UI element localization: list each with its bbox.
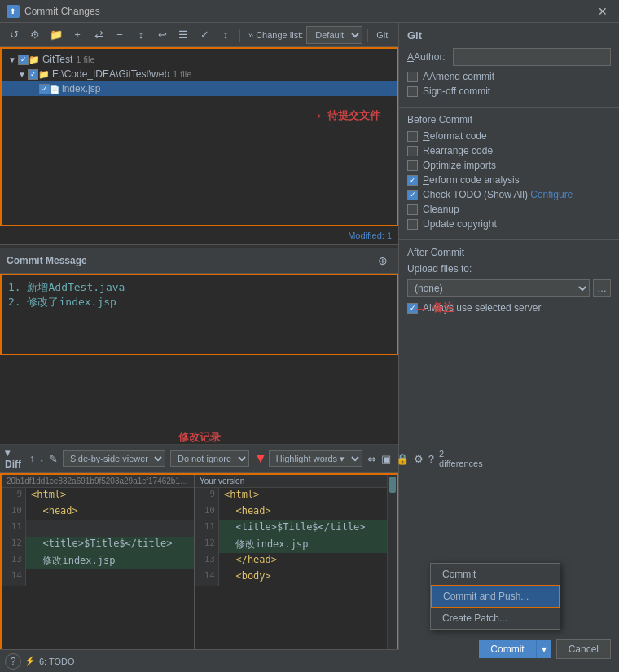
diff-header: ▾ Diff ↑ ↓ ✎ Side-by-side viewer Do not …: [0, 445, 398, 473]
commit-message-input[interactable]: 1. 新增AddTest.java 2. 修改了index.jsp: [2, 275, 397, 354]
optimize-label[interactable]: Optimize imports: [423, 160, 496, 171]
check-todo-label[interactable]: Check TODO (Show All) Configure: [423, 189, 573, 200]
dropdown-create-patch[interactable]: Create Patch...: [431, 608, 560, 629]
check-button[interactable]: ✓: [195, 26, 213, 44]
cancel-button[interactable]: Cancel: [556, 639, 611, 659]
diff-ignore-select[interactable]: Do not ignore: [170, 450, 249, 467]
code-analysis-row: ✓ Perform code analysis: [407, 174, 611, 186]
diff-line: 9 <html>: [195, 488, 387, 504]
tree-checkbox-file[interactable]: ✓: [39, 84, 50, 94]
diff-gear-icon[interactable]: ⚙: [414, 450, 424, 467]
list-button[interactable]: ☰: [174, 26, 192, 44]
always-selected-label[interactable]: Always use selected server: [423, 302, 541, 314]
expand-button[interactable]: ↕: [132, 26, 150, 44]
diff-line: 14: [2, 569, 194, 586]
optimize-checkbox[interactable]: [407, 160, 418, 171]
git-section: Git AAuthor: AAmend commit Sign: [399, 23, 619, 108]
move-button[interactable]: ⇄: [90, 26, 108, 44]
tree-checkbox-root[interactable]: ✓: [18, 55, 29, 65]
upload-more-btn[interactable]: …: [593, 279, 611, 297]
git-title: Git: [407, 29, 611, 42]
diff-up-btn[interactable]: ↑: [29, 451, 34, 466]
reformat-row: Reformat code: [407, 130, 611, 142]
dropdown-commit[interactable]: Commit: [431, 564, 560, 585]
subfolder-icon: 📁: [38, 69, 50, 80]
diff-title: ▾ Diff: [5, 447, 21, 470]
tree-subfolder[interactable]: ▼ ✓ 📁 E:\Code_IDEA\GitTest\web 1 file: [2, 67, 397, 81]
commit-button[interactable]: Commit: [479, 640, 535, 658]
diff-left-header: 20b1df1dd1ce832a691b9f5203a29a1cf17462b1…: [2, 475, 194, 488]
settings-button[interactable]: ⚙: [26, 26, 44, 44]
rearrange-checkbox[interactable]: [407, 146, 418, 156]
sort-button[interactable]: ↕: [217, 26, 235, 44]
tree-file[interactable]: ▶ ✓ 📄 index.jsp: [2, 81, 397, 96]
diff-down-btn[interactable]: ↓: [39, 451, 44, 466]
diff-lock-icon[interactable]: 🔒: [396, 450, 409, 467]
cleanup-label[interactable]: Cleanup: [423, 204, 459, 215]
root-count: 1 file: [76, 55, 94, 64]
cleanup-checkbox[interactable]: [407, 204, 418, 215]
diff-line: 11 <title>$Title$</title>: [195, 520, 387, 537]
check-todo-checkbox[interactable]: ✓: [407, 190, 418, 200]
code-analysis-label[interactable]: Perform code analysis: [423, 174, 520, 186]
copyright-label[interactable]: Update copyright: [423, 218, 497, 230]
window-title: Commit Changes: [24, 6, 100, 17]
separator2: [367, 29, 368, 42]
upload-row: Upload files to:: [407, 263, 611, 275]
cleanup-row: Cleanup: [407, 204, 611, 215]
subfolder-count: 1 file: [173, 69, 191, 79]
close-button[interactable]: ✕: [593, 3, 612, 20]
diff-right-header: Your version: [195, 475, 387, 488]
diff-edit-icon[interactable]: ✎: [49, 450, 58, 467]
before-commit-title: Before Commit: [407, 114, 611, 125]
undo-button[interactable]: ↩: [153, 26, 171, 44]
tree-checkbox-sub[interactable]: ✓: [28, 69, 38, 80]
modified-bar: Modified: 1: [0, 226, 398, 244]
signoff-checkbox[interactable]: [407, 86, 418, 97]
copyright-checkbox[interactable]: [407, 219, 418, 230]
diff-line: 10 <head>: [2, 504, 194, 520]
folder-button[interactable]: 📁: [47, 26, 65, 44]
file-label: index.jsp: [62, 83, 100, 94]
author-input[interactable]: [453, 48, 611, 66]
separator: [239, 29, 240, 42]
upload-select-row: (none) …: [407, 279, 611, 297]
changelist-dropdown[interactable]: Default: [306, 26, 362, 44]
diff-count: 2 differences: [439, 449, 483, 468]
diff-highlight-arrow-icon: ▼: [254, 451, 267, 466]
commit-message-area[interactable]: 1. 新增AddTest.java 2. 修改了index.jsp → 备注: [0, 274, 398, 355]
commit-message-section: Commit Message ⊕ 1. 新增AddTest.java 2. 修改…: [0, 248, 398, 444]
minus-button[interactable]: −: [111, 26, 129, 44]
reformat-checkbox[interactable]: [407, 131, 418, 142]
always-selected-checkbox[interactable]: ✓: [407, 303, 418, 314]
diff-sync-icon[interactable]: ⇔: [367, 450, 376, 467]
tree-expand-icon: ▼: [8, 55, 18, 64]
title-bar: ⬆ Commit Changes ✕: [0, 0, 619, 23]
signoff-row: Sign-off commit: [407, 86, 611, 97]
rearrange-label[interactable]: Rearrange code: [423, 145, 493, 156]
amend-label[interactable]: AAmend commit: [423, 71, 494, 82]
changelist-label: » Change list:: [248, 30, 303, 40]
signoff-label[interactable]: Sign-off commit: [423, 86, 490, 97]
diff-side-icon[interactable]: ▣: [381, 450, 391, 467]
diff-help-icon[interactable]: ?: [428, 450, 434, 467]
refresh-button[interactable]: ↺: [5, 26, 23, 44]
amend-row: AAmend commit: [407, 71, 611, 82]
commit-msg-settings-icon[interactable]: ⊕: [374, 252, 392, 270]
always-selected-row: ✓ Always use selected server: [407, 302, 611, 314]
after-commit-title: After Commit: [407, 247, 611, 258]
dropdown-commit-push[interactable]: Commit and Push...: [431, 585, 560, 608]
commit-dropdown-button[interactable]: ▾: [536, 640, 551, 658]
diff-highlight-select[interactable]: Highlight words ▾: [269, 450, 362, 467]
diff-line: 13 修改index.jsp: [2, 553, 194, 569]
diff-viewer-select[interactable]: Side-by-side viewer: [63, 450, 165, 467]
tree-root[interactable]: ▼ ✓ 📁 GitTest 1 file: [2, 52, 397, 67]
code-analysis-checkbox[interactable]: ✓: [407, 175, 418, 186]
amend-checkbox[interactable]: [407, 72, 418, 82]
modified-link[interactable]: Modified: 1: [348, 231, 392, 240]
diff-line: 14 <body>: [195, 569, 387, 586]
add-button[interactable]: +: [68, 26, 86, 44]
upload-select[interactable]: (none): [407, 279, 590, 297]
upload-label: Upload files to:: [407, 263, 472, 275]
reformat-label[interactable]: Reformat code: [423, 130, 487, 142]
